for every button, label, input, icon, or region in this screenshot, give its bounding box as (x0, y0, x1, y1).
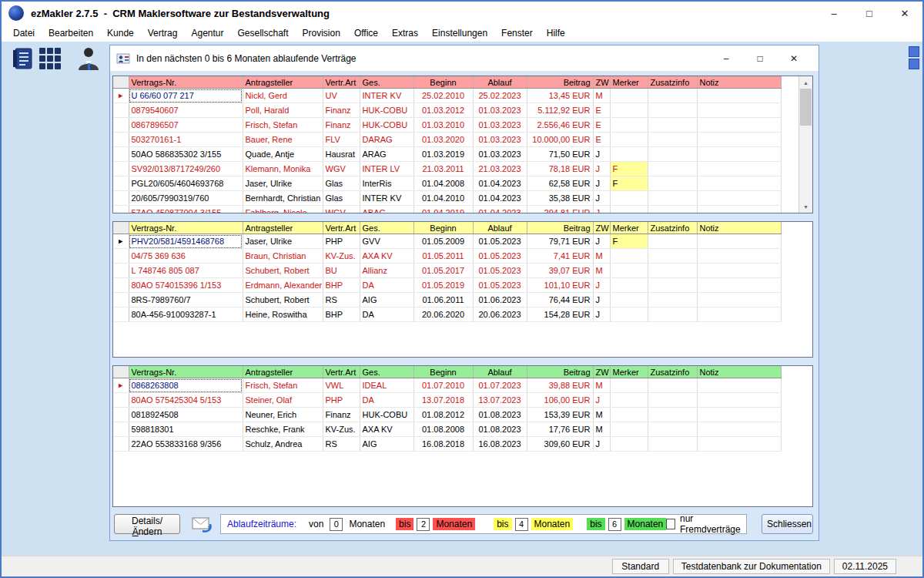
table-cell[interactable]: 0879540607 (129, 103, 243, 118)
monate-bis-6-input[interactable]: 6 (608, 518, 621, 531)
column-header[interactable]: Zusatzinfo (648, 222, 697, 234)
menu-einstellungen[interactable]: Einstellungen (425, 25, 494, 41)
table-cell[interactable] (648, 264, 697, 278)
table-cell[interactable] (697, 393, 781, 408)
table-row[interactable]: 0879540607Poll, HaraldFinanzHUK-COBU01.0… (113, 103, 781, 118)
column-header[interactable]: Beitrag (527, 76, 593, 89)
table-cell[interactable]: Schubert, Robert (243, 264, 323, 278)
column-header[interactable]: Vertrags-Nr. (129, 222, 243, 234)
column-header[interactable]: Merker (610, 366, 648, 378)
table-cell[interactable] (648, 191, 697, 206)
table-cell[interactable] (697, 422, 781, 437)
table-cell[interactable]: 5.112,92 EUR (527, 103, 593, 118)
table-cell[interactable]: Quade, Antje (243, 147, 323, 162)
table-cell[interactable]: Neuner, Erich (243, 408, 323, 422)
side-toolbar[interactable] (909, 46, 919, 69)
table-cell[interactable] (648, 162, 697, 176)
table-cell[interactable]: Erdmann, Alexander (243, 278, 323, 293)
menu-hilfe[interactable]: Hilfe (540, 25, 572, 41)
table-cell[interactable] (648, 133, 697, 147)
table-cell[interactable] (610, 422, 648, 437)
table-cell[interactable] (648, 437, 697, 452)
table-cell[interactable] (648, 422, 697, 437)
table-cell[interactable]: Glas (323, 191, 360, 206)
table-cell[interactable]: HUK-COBU (360, 118, 413, 133)
table-cell[interactable] (697, 133, 781, 147)
table-cell[interactable]: 01.03.2023 (473, 147, 527, 162)
table-cell[interactable]: 01.03.2023 (473, 103, 527, 118)
table-cell[interactable]: 20.06.2023 (473, 307, 527, 322)
table-cell[interactable] (648, 293, 697, 307)
table-cell[interactable]: Glas (323, 176, 360, 191)
table-cell[interactable]: 13.07.2018 (413, 393, 473, 408)
table-cell[interactable] (648, 278, 697, 293)
contact-icon[interactable] (75, 45, 102, 72)
maximize-button[interactable]: □ (852, 2, 887, 25)
column-header[interactable]: Ges. (360, 366, 413, 378)
table-cell[interactable]: KV-Zus. (323, 249, 360, 264)
monate-bis-4-input[interactable]: 4 (515, 518, 528, 531)
table-cell[interactable]: J (593, 162, 610, 176)
table-cell[interactable] (648, 103, 697, 118)
table-cell[interactable]: 01.03.2020 (413, 133, 473, 147)
table-cell[interactable]: 0868263808 (129, 378, 243, 393)
schliessen-button[interactable]: Schliessen (762, 514, 813, 534)
table-cell[interactable]: RS (323, 437, 360, 452)
column-header[interactable]: Ablauf (473, 76, 527, 89)
table-cell[interactable] (697, 191, 781, 206)
table-row[interactable]: 0818924508Neuner, ErichFinanzHUK-COBU01.… (113, 408, 781, 422)
table-cell[interactable] (697, 206, 781, 214)
table-cell[interactable]: 79,71 EUR (527, 234, 593, 249)
table-cell[interactable]: M (593, 249, 610, 264)
table-cell[interactable]: 20/605/7990319/760 (129, 191, 243, 206)
table-row[interactable]: 503270161-1Bauer, ReneFLVDARAG01.03.2020… (113, 133, 781, 147)
table-cell[interactable]: L 748746 805 087 (129, 264, 243, 278)
table-cell[interactable]: RS (323, 293, 360, 307)
table-cell[interactable] (610, 191, 648, 206)
table-cell[interactable] (648, 176, 697, 191)
table-cell[interactable]: 101,10 EUR (527, 278, 593, 293)
table-cell[interactable]: HUK-COBU (360, 408, 413, 422)
table-cell[interactable]: INTER LV (360, 162, 413, 176)
column-header[interactable]: Beitrag (527, 366, 593, 378)
table-cell[interactable]: J (593, 147, 610, 162)
table-cell[interactable] (697, 176, 781, 191)
table-cell[interactable] (610, 147, 648, 162)
table-cell[interactable] (648, 307, 697, 322)
menu-fenster[interactable]: Fenster (494, 25, 540, 41)
table-cell[interactable]: J (593, 307, 610, 322)
column-header[interactable]: Ges. (360, 76, 413, 89)
column-header[interactable]: Beginn (413, 76, 473, 89)
close-button[interactable]: ✕ (887, 2, 922, 25)
column-header[interactable]: Antragsteller (243, 366, 323, 378)
table-cell[interactable]: J (593, 191, 610, 206)
menu-vertrag[interactable]: Vertrag (141, 25, 185, 41)
table-cell[interactable]: PHV20/581/4591468768 (129, 234, 243, 249)
table-cell[interactable] (610, 206, 648, 214)
child-minimize-button[interactable]: – (709, 47, 743, 70)
table-cell[interactable]: J (593, 234, 610, 249)
table-cell[interactable] (697, 293, 781, 307)
table-cell[interactable]: Frisch, Stefan (243, 118, 323, 133)
table-cell[interactable] (648, 393, 697, 408)
column-header[interactable]: Antragsteller (243, 222, 323, 234)
table-cell[interactable]: AIG (360, 293, 413, 307)
table-cell[interactable]: J (593, 278, 610, 293)
table-cell[interactable]: Bernhardt, Christian (243, 191, 323, 206)
table-cell[interactable]: 01.05.2023 (473, 278, 527, 293)
table-cell[interactable]: IDEAL (360, 378, 413, 393)
column-header[interactable]: Notiz (697, 222, 781, 234)
table-cell[interactable]: 21.03.2011 (413, 162, 473, 176)
table-cell[interactable]: 50AO 586835302 3/155 (129, 147, 243, 162)
monate-von-input[interactable]: 0 (330, 518, 343, 531)
table-cell[interactable]: 22AO 553833168 9/356 (129, 437, 243, 452)
column-header[interactable]: Ges. (360, 222, 413, 234)
table-cell[interactable] (697, 378, 781, 393)
table-row[interactable]: ►0868263808Frisch, StefanVWLIDEAL01.07.2… (113, 378, 781, 393)
table-cell[interactable] (697, 249, 781, 264)
table-cell[interactable] (610, 103, 648, 118)
table-cell[interactable]: PHP (323, 234, 360, 249)
table-row[interactable]: ►U 66/60 077 217Nickl, GerdUVINTER KV25.… (113, 89, 781, 103)
table-row[interactable]: 80A-456-910093287-1Heine, RoswithaBHPDA2… (113, 307, 781, 322)
table-cell[interactable]: Poll, Harald (243, 103, 323, 118)
